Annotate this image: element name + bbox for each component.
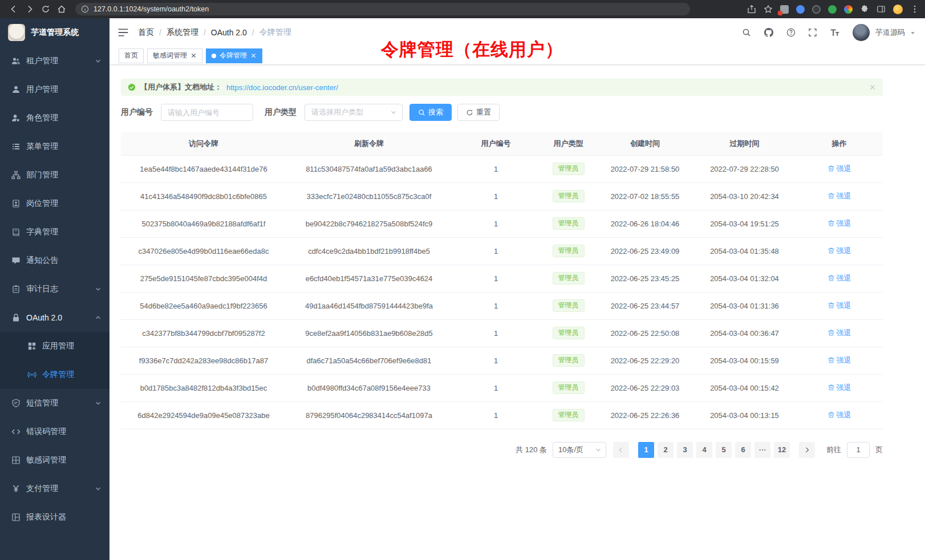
user-type-tag: 管理员 [553,327,585,339]
active-tab-dot [212,54,216,58]
extension-icon[interactable] [796,5,805,14]
fullscreen-icon[interactable] [808,28,817,37]
force-logout-button[interactable]: 强退 [827,301,851,311]
total-count: 共 120 条 [516,445,547,455]
user-avatar[interactable] [853,24,870,41]
browser-home-icon[interactable] [54,2,70,17]
browser-forward-icon[interactable] [22,2,38,17]
url-text: 127.0.0.1:1024/system/oauth2/token [94,5,209,13]
bookmark-star-icon[interactable] [764,5,773,14]
reset-button[interactable]: 重置 [457,104,500,121]
sidebar-item-post[interactable]: 岗位管理 [0,189,109,218]
sidebar-item-tenant[interactable]: 租户管理 [0,47,109,75]
user-name[interactable]: 芋道源码 [875,27,905,38]
sidebar-item-menu[interactable]: 菜单管理 [0,132,109,161]
sidebar-item-sensitive[interactable]: 敏感词管理 [0,446,109,474]
refresh-token-cell: dfa6c71a50a54c66bef706ef9e6e8d81 [286,347,452,374]
extension-icon[interactable] [844,5,853,14]
browser-actions [747,5,919,14]
sidebar-item-pay[interactable]: 支付管理 [0,474,109,503]
page-button[interactable]: 5 [716,442,732,458]
sidebar-item-label: 令牌管理 [42,370,74,380]
user-id-input[interactable] [161,104,253,121]
sidebar-item-label: 审计日志 [26,284,58,294]
force-logout-label: 强退 [837,273,851,283]
sidebar-item-role[interactable]: 角色管理 [0,104,109,132]
sidebar-item-dict[interactable]: 字典管理 [0,218,109,246]
page-button[interactable]: 6 [735,442,751,458]
force-logout-button[interactable]: 强退 [827,218,851,229]
page-size-value: 10条/页 [558,445,583,455]
breadcrumb-item[interactable]: 系统管理 [167,27,198,38]
browser-profile-avatar[interactable] [893,5,903,14]
side-panel-icon[interactable] [877,5,886,14]
tab-active[interactable]: 令牌管理 [206,48,262,63]
sidebar-item-dept[interactable]: 部门管理 [0,161,109,189]
tab-item[interactable]: 首页 [119,48,144,63]
share-icon[interactable] [747,5,756,14]
browser-reload-icon[interactable] [38,2,54,17]
hamburger-icon[interactable] [117,27,129,38]
page-button[interactable]: 12 [774,442,790,458]
force-logout-button[interactable]: 强退 [827,273,851,283]
page-button[interactable]: 1 [638,442,654,458]
browser-back-icon[interactable] [6,2,22,17]
alert-close-icon[interactable] [869,84,876,91]
force-logout-button[interactable]: 强退 [827,191,851,201]
page-button[interactable]: 3 [677,442,693,458]
token-icon [27,370,36,379]
page-button[interactable]: 2 [658,442,674,458]
force-logout-button[interactable]: 强退 [827,355,851,366]
extension-icon[interactable] [812,5,821,14]
page-button[interactable]: 4 [696,442,712,458]
help-icon[interactable] [786,28,796,37]
page-size-select[interactable]: 10条/页 [553,442,606,458]
github-icon[interactable] [764,27,774,38]
close-icon[interactable] [190,52,197,59]
refresh-icon [466,109,473,116]
close-icon[interactable] [250,52,257,59]
search-icon[interactable] [742,28,751,37]
browser-menu-icon[interactable] [910,5,919,14]
address-bar[interactable]: 127.0.0.1:1024/system/oauth2/token [75,3,690,15]
sidebar-item-label: OAuth 2.0 [26,313,62,322]
column-header: 访问令牌 [121,132,286,155]
force-logout-button[interactable]: 强退 [827,164,851,174]
user-type-cell: 管理员 [540,155,597,182]
expire-time-cell: 2054-03-04 00:36:47 [693,319,796,347]
next-page-button[interactable] [799,442,815,458]
alert-doc-link[interactable]: https://doc.iocoder.cn/user-center/ [226,83,338,92]
sidebar-item-notice[interactable]: 通知公告 [0,246,109,275]
breadcrumb-item[interactable]: OAuth 2.0 [211,28,247,37]
app-logo[interactable]: 芋道管理系统 [0,18,109,47]
tab-item[interactable]: 敏感词管理 [147,48,202,63]
sidebar-item-user[interactable]: 用户管理 [0,75,109,104]
force-logout-button[interactable]: 强退 [827,410,851,420]
search-button[interactable]: 搜索 [409,104,452,121]
sidebar-item-sms[interactable]: 短信管理 [0,389,109,417]
more-pages-button[interactable] [754,442,770,458]
table-row: f9336e7c7dd242a283ee98dc86b17a87dfa6c71a… [121,347,883,374]
access-token-cell: c347026e805e4d99b0d116eae66eda8c [121,237,286,265]
sidebar-item-oauth[interactable]: OAuth 2.0 [0,303,109,332]
sidebar-item-report[interactable]: 报表设计器 [0,503,109,531]
force-logout-button[interactable]: 强退 [827,328,851,338]
extension-icon[interactable] [828,5,837,14]
chevron-down-icon[interactable] [910,30,916,36]
column-header: 过期时间 [693,132,796,155]
breadcrumb-item[interactable]: 首页 [138,27,154,38]
sidebar-item-app[interactable]: 应用管理 [0,332,109,360]
user-type-select[interactable]: 请选择用户类型 [305,104,403,121]
sidebar-item-log[interactable]: 审计日志 [0,275,109,303]
goto-page-input[interactable] [847,442,870,458]
sidebar-item-token[interactable]: 令牌管理 [0,360,109,389]
site-info-icon[interactable] [81,5,89,13]
prev-page-button[interactable] [613,442,629,458]
browser-chrome: 127.0.0.1:1024/system/oauth2/token [0,0,925,18]
sidebar-item-errcode[interactable]: 错误码管理 [0,417,109,446]
force-logout-button[interactable]: 强退 [827,246,851,256]
font-size-icon[interactable] [830,27,840,38]
extension-icon[interactable] [780,5,789,14]
force-logout-button[interactable]: 强退 [827,383,851,393]
extensions-puzzle-icon[interactable] [860,5,869,14]
